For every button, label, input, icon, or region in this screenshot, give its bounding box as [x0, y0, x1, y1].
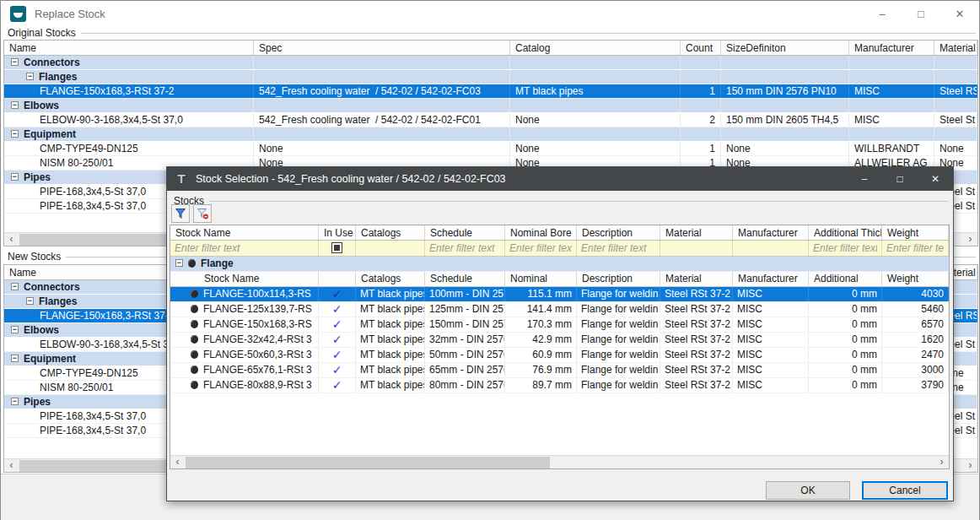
stock-nominal-bore: 42.9 mm — [505, 333, 577, 347]
filter-row — [170, 241, 949, 257]
filter-weight-input[interactable] — [882, 241, 948, 256]
in-use-check-icon[interactable]: ✓ — [319, 363, 356, 377]
band-col-weight[interactable]: Weight — [882, 272, 949, 286]
stock-row[interactable]: FLANGE-50x60,3-RSt 3 ✓ MT black pipes 50… — [170, 348, 949, 363]
col-spec[interactable]: Spec — [254, 41, 510, 55]
modal-close-button[interactable]: ✕ — [918, 167, 953, 191]
band-col-catalogs[interactable]: Catalogs — [356, 272, 425, 286]
table-row[interactable]: FLANGE-150x168,3-RSt 37-2 542_Fresh cool… — [4, 84, 977, 99]
filter-catalogs-input[interactable] — [356, 241, 424, 256]
table-row[interactable]: −Connectors — [4, 56, 977, 70]
col-count[interactable]: Count — [681, 41, 721, 55]
collapse-icon[interactable]: − — [11, 398, 19, 405]
band-col-manufacturer[interactable]: Manufacturer — [733, 272, 809, 286]
in-use-check-icon[interactable]: ✓ — [319, 348, 356, 362]
in-use-check-icon[interactable]: ✓ — [319, 287, 356, 301]
band-col-material[interactable]: Material — [660, 272, 733, 286]
scroll-left-icon[interactable]: ‹ — [4, 233, 19, 246]
col-schedule[interactable]: Schedule — [425, 225, 505, 240]
scroll-right-icon[interactable]: › — [963, 233, 977, 246]
band-col-stock-name[interactable]: Stock Name — [170, 272, 319, 286]
in-use-filter-checkbox[interactable] — [331, 242, 342, 253]
modal-titlebar[interactable]: T Stock Selection - 542_Fresh cooling wa… — [167, 167, 953, 191]
band-col-description[interactable]: Description — [577, 272, 660, 286]
minimize-button[interactable]: – — [863, 1, 902, 26]
ok-button[interactable]: OK — [766, 481, 850, 500]
scroll-right-icon[interactable]: › — [963, 459, 977, 473]
row-catalog — [510, 70, 681, 84]
col-manufacturer[interactable]: Manufacturer — [733, 225, 809, 240]
collapse-icon[interactable]: − — [11, 355, 19, 362]
stock-selection-dialog: T Stock Selection - 542_Fresh cooling wa… — [166, 166, 954, 501]
col-additional-thickness[interactable]: Additional Thickn — [809, 225, 882, 240]
filter-description-input[interactable] — [577, 241, 660, 256]
maximize-button[interactable]: □ — [902, 1, 940, 26]
band-col-schedule[interactable]: Schedule — [425, 272, 505, 286]
in-use-check-icon[interactable]: ✓ — [319, 378, 356, 393]
scroll-left-icon[interactable]: ‹ — [4, 459, 19, 473]
col-catalog[interactable]: Catalog — [510, 41, 681, 55]
scroll-thumb[interactable] — [186, 457, 550, 469]
col-manufacturer[interactable]: Manufacturer — [849, 41, 934, 55]
stocks-hscrollbar[interactable]: ‹ › — [170, 455, 949, 469]
filter-additional-thickness-input[interactable] — [809, 241, 881, 256]
collapse-icon[interactable]: − — [11, 326, 19, 333]
collapse-icon[interactable]: − — [26, 297, 34, 305]
stock-row[interactable]: FLANGE-80x88,9-RSt 3 ✓ MT black pipes 80… — [170, 378, 949, 393]
col-catalogs[interactable]: Catalogs — [356, 225, 425, 240]
row-size — [721, 56, 849, 69]
col-description[interactable]: Description — [577, 225, 660, 240]
stock-row[interactable]: FLANGE-32x42,4-RSt 3 ✓ MT black pipes 32… — [170, 333, 949, 348]
table-row[interactable]: ELBOW-90-3-168,3x4,5-St 37,0 542_Fresh c… — [4, 113, 977, 127]
close-button[interactable]: ✕ — [940, 1, 979, 26]
col-nominal-bore[interactable]: Nominal Bore — [505, 225, 577, 240]
band-col-additional-thickness[interactable]: Additional Thickn — [809, 272, 882, 286]
stock-row[interactable]: FLANGE-150x168,3-RS ✓ MT black pipes 150… — [170, 317, 949, 333]
collapse-icon[interactable]: − — [11, 283, 19, 290]
in-use-check-icon[interactable]: ✓ — [319, 333, 356, 347]
collapse-icon[interactable]: − — [26, 73, 34, 80]
collapse-icon[interactable]: − — [11, 58, 19, 66]
stock-schedule: 65mm - DIN 2576 — [425, 363, 505, 377]
filter-manufacturer-input[interactable] — [733, 241, 808, 256]
cancel-button[interactable]: Cancel — [862, 481, 948, 500]
col-material[interactable]: Material — [660, 225, 733, 240]
filter-stock-name-input[interactable] — [170, 241, 318, 256]
table-row[interactable]: −Equipment — [4, 127, 977, 142]
band-col-nominal-bore[interactable]: Nominal Bore — [505, 272, 577, 286]
filter-material-input[interactable] — [660, 241, 732, 256]
modal-minimize-button[interactable]: – — [847, 167, 882, 191]
in-use-check-icon[interactable]: ✓ — [319, 302, 356, 317]
filter-schedule-input[interactable] — [425, 241, 504, 256]
table-row[interactable]: −Flanges — [4, 70, 977, 84]
stock-manufacturer: MISC — [733, 348, 809, 362]
table-row[interactable]: −Elbows — [4, 99, 977, 113]
stock-additional-thickness: 0 mm — [809, 287, 882, 301]
col-weight[interactable]: Weight — [882, 225, 949, 240]
collapse-icon[interactable]: − — [11, 101, 19, 109]
clear-filter-button[interactable] — [193, 204, 212, 223]
window-titlebar[interactable]: Replace Stock – □ ✕ — [1, 1, 979, 26]
in-use-check-icon[interactable]: ✓ — [319, 317, 356, 332]
col-size[interactable]: SizeDefiniton — [721, 41, 849, 55]
filter-button[interactable] — [171, 204, 190, 223]
collapse-icon[interactable]: − — [11, 173, 19, 181]
table-row[interactable]: CMP-TYPE49-DN125 None None 1 None WILLBR… — [4, 142, 977, 156]
collapse-icon[interactable]: − — [175, 259, 183, 267]
scroll-left-icon[interactable]: ‹ — [170, 456, 185, 469]
col-stock-name[interactable]: Stock Name — [170, 225, 319, 240]
col-in-use[interactable]: In Use — [319, 225, 356, 240]
stock-row[interactable]: FLANGE-65x76,1-RSt 3 ✓ MT black pipes 65… — [170, 363, 949, 378]
collapse-icon[interactable]: − — [11, 130, 19, 138]
stock-row[interactable]: FLANGE-100x114,3-RS ✓ MT black pipes 100… — [170, 287, 949, 302]
filter-nominal-bore-input[interactable] — [505, 241, 576, 256]
flange-group-row[interactable]: −Flange — [170, 257, 949, 272]
stock-row[interactable]: FLANGE-125x139,7-RS ✓ MT black pipes 125… — [170, 302, 949, 317]
col-name[interactable]: Name — [4, 41, 254, 55]
row-name: Elbows — [24, 324, 59, 336]
col-material[interactable]: Material — [934, 41, 977, 55]
row-name: PIPE-168,3x4,5-St 37,0 — [40, 410, 146, 422]
filter-icon — [175, 208, 186, 219]
scroll-right-icon[interactable]: › — [934, 456, 949, 469]
modal-maximize-button[interactable]: □ — [882, 167, 918, 191]
